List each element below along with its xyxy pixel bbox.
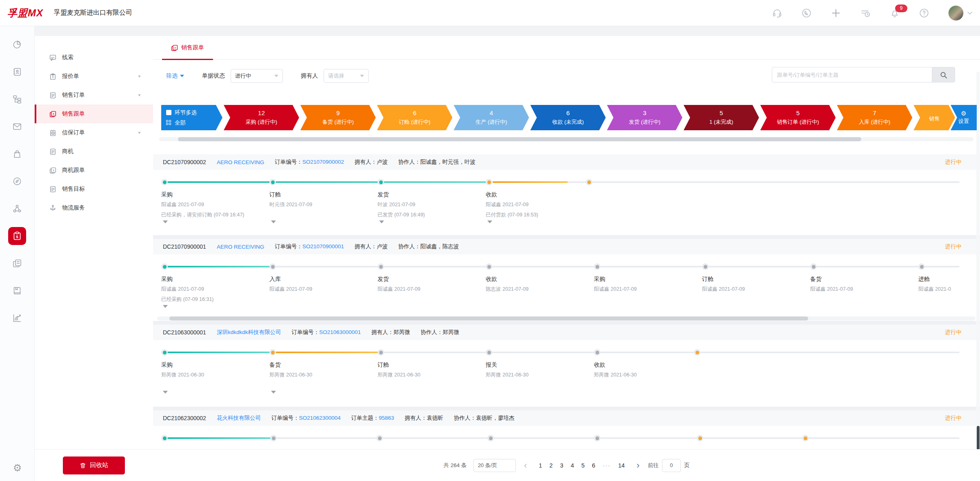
history-icon[interactable]	[860, 8, 871, 18]
stage-count: 4	[490, 109, 493, 116]
sidebar-item-sales-orders[interactable]: 销售订单 ▼	[35, 86, 153, 105]
chevron-down-icon[interactable]	[967, 11, 973, 15]
order-no-link[interactable]: SO21070900001	[302, 243, 344, 249]
page-number[interactable]: 2	[549, 462, 553, 469]
stage-filter-arrow[interactable]: 销售	[913, 105, 955, 130]
help-icon[interactable]	[919, 8, 929, 18]
chat-phone-icon[interactable]	[801, 8, 812, 18]
sidebar-item-opportunity-followup[interactable]: a 商机跟单	[35, 161, 153, 180]
filter-toggle[interactable]: 筛选	[166, 72, 184, 80]
stage-multi-select-chip[interactable]: 环节多选 全部	[161, 105, 222, 130]
contacts-icon[interactable]	[8, 63, 26, 81]
customer-link[interactable]: 花火科技有限公司	[217, 414, 261, 422]
pagination-bar: 共 264 条 20 条/页 ‹ 123456···14 › 前往 页	[153, 449, 980, 481]
next-page-button[interactable]: ›	[635, 461, 641, 470]
order-no-link[interactable]: SO21063000001	[319, 329, 361, 335]
timeline-dot	[161, 179, 168, 185]
expand-stage-icon[interactable]	[163, 220, 168, 226]
document-icon	[49, 186, 56, 193]
sidebar-item-opportunities[interactable]: 商机	[35, 142, 153, 161]
timeline-dot	[697, 435, 703, 441]
stage-filter-arrow[interactable]: 12采购 (进行中)	[224, 105, 299, 130]
page-number[interactable]: 14	[618, 462, 624, 469]
dashboard-pie-icon[interactable]	[8, 36, 26, 53]
sidebar-item-quotation[interactable]: $ 报价单 ▼	[35, 67, 153, 86]
expand-stage-icon[interactable]	[487, 220, 492, 226]
double-document-icon: a	[49, 111, 56, 118]
stage-filter-arrow[interactable]: 4生产 (进行中)	[453, 105, 529, 130]
horizontal-scrollbar[interactable]	[159, 137, 973, 141]
sidebar-item-logistics[interactable]: 物流服务	[35, 198, 153, 217]
order-no-link[interactable]: SO21070900002	[302, 159, 344, 165]
expand-stage-icon[interactable]	[271, 391, 276, 396]
book-icon[interactable]	[8, 282, 26, 300]
customer-link[interactable]: AERO RECEIVING	[217, 159, 264, 165]
settings-gear-icon[interactable]: ⚙	[0, 462, 35, 474]
order-theme-link[interactable]: 95863	[379, 415, 394, 421]
timeline-dot	[594, 435, 600, 441]
page-number[interactable]: 1	[539, 462, 542, 469]
report-chart-icon[interactable]	[8, 309, 26, 327]
stage-person-date: 郑芮微 2021-06-30	[486, 372, 588, 379]
bag-icon[interactable]	[8, 145, 26, 163]
page-number[interactable]: 5	[581, 462, 584, 469]
tab-sales-followup[interactable]: a 销售跟单	[162, 36, 213, 60]
stage-filter-arrow[interactable]: 6收款 (未完成)	[530, 105, 606, 130]
sales-followup-rail-icon[interactable]: $	[8, 227, 26, 245]
timeline-track	[163, 266, 960, 267]
stage-filter-arrow[interactable]: 6订舱 (进行中)	[377, 105, 453, 130]
chevron-down-icon[interactable]: ▼	[137, 74, 142, 78]
horizontal-scrollbar[interactable]	[157, 316, 976, 321]
stage-filter-arrow[interactable]: 7入库 (进行中)	[837, 105, 912, 130]
stage-filter-arrow[interactable]: 51 (未完成)	[684, 105, 759, 130]
page-number[interactable]: 6	[592, 462, 595, 469]
status-select[interactable]: 进行中	[231, 69, 283, 83]
scrollbar-thumb[interactable]	[178, 137, 861, 141]
page-size-select[interactable]: 20 条/页	[473, 459, 516, 472]
search-button[interactable]	[932, 67, 955, 82]
vertical-scrollbar[interactable]	[976, 72, 980, 481]
page-number[interactable]: 3	[560, 462, 563, 469]
owner-select[interactable]: 请选择	[324, 69, 369, 83]
stage-filter-arrow[interactable]: 5销售订单 (进行中)	[760, 105, 836, 130]
customer-link[interactable]: AERO RECEIVING	[217, 244, 264, 250]
stage-filter-arrow[interactable]: 9备货 (进行中)	[300, 105, 376, 130]
expand-stage-icon[interactable]	[379, 220, 384, 226]
expand-stage-icon[interactable]	[163, 391, 168, 396]
order-card-header: DC21070900002AERO RECEIVING订单编号：SO210709…	[153, 154, 980, 170]
goto-page-input[interactable]	[662, 459, 681, 472]
checkbox-icon[interactable]	[166, 110, 171, 115]
prev-page-button[interactable]: ‹	[522, 461, 529, 470]
copy-docs-icon[interactable]	[8, 254, 26, 272]
plus-icon[interactable]	[831, 8, 841, 18]
sidebar-item-insured-orders[interactable]: $ 信保订单 ▼	[35, 123, 153, 142]
owner-name: 郑芮微	[393, 329, 410, 335]
scrollbar-thumb[interactable]	[977, 426, 980, 452]
expand-stage-icon[interactable]	[163, 305, 168, 310]
sidebar-item-sales-targets[interactable]: 销售目标	[35, 180, 153, 198]
user-avatar[interactable]	[948, 5, 964, 21]
org-tree-icon[interactable]	[8, 90, 26, 108]
stage-filter-arrow[interactable]: 3发货 (进行中)	[607, 105, 682, 130]
chevron-down-icon[interactable]: ▼	[137, 131, 142, 135]
mail-icon[interactable]	[8, 118, 26, 136]
order-no-link[interactable]: SO21062300004	[299, 415, 340, 421]
headset-icon[interactable]	[772, 8, 782, 18]
page-number[interactable]: 4	[571, 462, 574, 469]
svg-text:$: $	[16, 234, 18, 239]
sidebar-item-leads[interactable]: 线索	[35, 48, 153, 67]
sidebar-item-sales-followup[interactable]: a 销售跟单	[35, 105, 153, 123]
stage-person-date: 时元强 2021-07-09	[269, 201, 371, 208]
stage-name: 订舱	[702, 276, 804, 283]
timeline-dot	[486, 349, 492, 356]
company-name: 孚盟麦克斯进出口有限公司	[54, 9, 132, 17]
search-input[interactable]	[772, 67, 932, 82]
expand-stage-icon[interactable]	[271, 220, 276, 226]
compass-icon[interactable]	[8, 172, 26, 190]
bell-icon[interactable]: 9	[889, 8, 900, 18]
customer-link[interactable]: 深圳kdkdkdk科技有限公司	[217, 329, 281, 336]
recycle-bin-button[interactable]: 回收站	[63, 457, 125, 474]
share-network-icon[interactable]	[8, 200, 26, 218]
chevron-down-icon[interactable]: ▼	[137, 93, 142, 97]
scrollbar-thumb[interactable]	[169, 316, 808, 321]
